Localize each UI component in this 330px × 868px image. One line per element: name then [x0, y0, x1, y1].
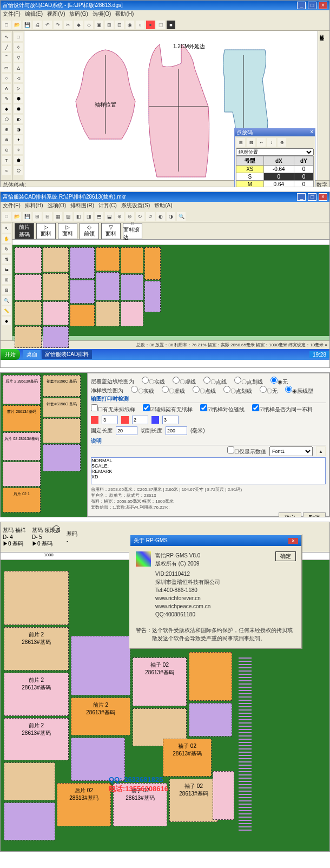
tool-icon[interactable]: ◇ — [84, 20, 94, 30]
rect-icon[interactable]: ▭ — [2, 63, 11, 73]
close-button[interactable]: × — [319, 2, 327, 9]
tool-icon[interactable]: 🔍 — [176, 212, 186, 221]
ok-button[interactable]: 确定 — [279, 512, 301, 517]
tool-icon[interactable]: ⊖ — [125, 212, 135, 221]
tool-icon[interactable]: ◆ — [2, 104, 11, 114]
tool-icon[interactable]: ◧ — [74, 212, 83, 221]
marker-piece[interactable]: 后片 02 28613#基码 — [3, 432, 41, 461]
marker-piece[interactable]: 前片 2 28613#基码 — [71, 698, 130, 735]
tool-icon[interactable]: ⊕ — [115, 212, 124, 221]
maximize-button[interactable]: □ — [308, 193, 316, 201]
curve-icon[interactable]: ⌒ — [2, 52, 11, 62]
maximize-button[interactable]: □ — [308, 2, 316, 9]
new-icon[interactable]: □ — [2, 20, 11, 30]
about-dialog[interactable]: 关于 RP-GMS × 确定 富怡RP-GMS V8.0 版权所有 (C) 20… — [129, 534, 302, 649]
marker-piece[interactable] — [213, 771, 234, 820]
radio-dashdot[interactable]: 〇点划线 — [234, 377, 263, 386]
marker-piece[interactable]: 前片 28613#基码 — [3, 405, 41, 431]
marker-piece[interactable] — [70, 280, 95, 304]
redo-icon[interactable]: ↷ — [53, 20, 63, 30]
marker-piece[interactable] — [43, 418, 81, 443]
tool-icon[interactable]: ▽ — [14, 52, 23, 62]
tool-icon[interactable]: ⬓ — [104, 212, 114, 221]
marker-piece[interactable] — [70, 247, 95, 279]
tool-icon[interactable]: ◐ — [156, 212, 166, 221]
marker-piece[interactable] — [43, 326, 69, 348]
blue-square-icon[interactable] — [151, 416, 159, 424]
tool-icon[interactable]: ◉ — [125, 20, 135, 30]
panel-tool-icon[interactable]: ⊕ — [277, 137, 287, 147]
tool-icon[interactable]: ⬢ — [14, 94, 23, 103]
tool-icon[interactable]: ○ — [135, 20, 145, 30]
tool-icon[interactable]: ↻ — [135, 212, 145, 221]
marker-piece[interactable]: 前片 2 28613#基码 — [4, 718, 69, 760]
tool-icon[interactable]: ▷ — [14, 83, 23, 93]
tool-icon[interactable]: ✦ — [14, 135, 23, 144]
red-square-icon[interactable] — [121, 416, 129, 424]
tool-icon[interactable]: ◁ — [14, 73, 23, 83]
tool-icon[interactable]: ↺ — [146, 212, 155, 221]
tool-icon[interactable]: ◊ — [14, 42, 23, 52]
tool-icon[interactable]: △ — [14, 63, 23, 73]
marker-piece[interactable]: 袖子 02 28613#基码 — [133, 657, 187, 706]
panel-tool-icon[interactable]: ⊞ — [236, 137, 246, 147]
marker-piece[interactable]: 前片 2 28613#基码 — [4, 627, 69, 670]
design-canvas[interactable]: 袖样位置 1.2CM外延边 点放码 × — [24, 31, 318, 180]
tool-icon[interactable]: ⊟ — [43, 212, 52, 221]
marker-piece[interactable] — [121, 247, 143, 273]
marker-piece[interactable] — [15, 274, 42, 300]
marker-piece[interactable] — [4, 803, 55, 840]
print-settings-dialog[interactable]: 层覆盖边线绘图为 〇实线 〇虚线 〇点线 〇点划线 ◉无 净样线绘图为 〇实线 … — [87, 373, 329, 517]
marker-piece[interactable] — [3, 462, 41, 486]
grading-panel[interactable]: 点放码 × ⊞ ⊟ ↔ ↕ ⊕ 绝对位置 号型dXdY XS-0.640 — [234, 128, 315, 187]
red-square-icon[interactable] — [91, 416, 98, 424]
minimize-button[interactable]: _ — [297, 193, 306, 201]
chk-aux[interactable]: ☑辅排架有无纸样 — [143, 404, 193, 413]
about-titlebar[interactable]: 关于 RP-GMS × — [130, 535, 301, 546]
marker-piece[interactable] — [43, 273, 69, 300]
tool-icon[interactable]: ⇆ — [2, 265, 11, 274]
menu-item[interactable]: 排料图(R) — [70, 202, 94, 211]
grading-combo[interactable]: 绝对位置 — [236, 148, 314, 156]
tool-icon[interactable]: 🔍 — [2, 295, 11, 305]
line-icon[interactable]: ╱ — [2, 42, 11, 52]
menu-grade[interactable]: 放码(G) — [69, 10, 88, 19]
panel-tool-icon[interactable]: ↔ — [256, 137, 266, 147]
tool-icon[interactable]: 💾 — [22, 212, 32, 221]
up-icon[interactable]: ▲ — [316, 446, 326, 456]
tool-icon[interactable]: ■ — [166, 20, 176, 30]
circle-icon[interactable] — [52, 525, 60, 533]
marker-piece[interactable]: 后片 02 1 — [3, 488, 41, 512]
tool-icon[interactable]: ↖ — [2, 223, 11, 233]
fixed-length-input[interactable] — [116, 426, 137, 435]
minimize-button[interactable]: _ — [297, 2, 306, 9]
marker-piece[interactable] — [4, 571, 69, 625]
marker-piece[interactable] — [144, 281, 161, 312]
text-t-icon[interactable]: T — [2, 155, 11, 165]
save-icon[interactable]: 💾 — [22, 20, 32, 30]
piece-thumb[interactable]: ▷面料 — [58, 223, 77, 239]
marker-piece[interactable] — [43, 301, 69, 325]
tool-icon[interactable]: ✋ — [2, 234, 11, 244]
tool-icon[interactable]: ⊟ — [2, 285, 11, 295]
marker-piece[interactable]: 后片 02 28613#基码 — [57, 783, 111, 826]
marker-piece[interactable] — [144, 247, 161, 280]
tool-icon[interactable]: ◑ — [14, 124, 23, 134]
piece-thumb[interactable]: ◇前领 — [80, 223, 99, 239]
start-button[interactable]: 开始 — [1, 349, 20, 360]
tool-icon[interactable]: ⊙ — [2, 145, 11, 155]
tool-icon[interactable]: ⬣ — [14, 104, 23, 114]
radio-dash[interactable]: 〇虚线 — [173, 377, 196, 386]
close-button[interactable]: × — [319, 193, 327, 201]
circle-icon[interactable]: ○ — [2, 73, 11, 83]
piece-thumb[interactable]: ▽面料 — [101, 223, 121, 239]
marker-piece[interactable] — [189, 703, 232, 737]
marker-canvas[interactable] — [12, 245, 329, 336]
tool-icon[interactable]: ↻ — [2, 244, 11, 254]
marker-piece[interactable] — [189, 652, 232, 701]
chk-unplaced[interactable]: ☐有无未排纸样 — [91, 404, 135, 413]
piece-thumb[interactable]: □面料滚边 — [123, 223, 142, 239]
marker-piece[interactable] — [96, 247, 120, 271]
menu-item[interactable]: 计算(C) — [98, 202, 117, 211]
url2[interactable]: www.richpeace.com.cn — [155, 602, 296, 610]
